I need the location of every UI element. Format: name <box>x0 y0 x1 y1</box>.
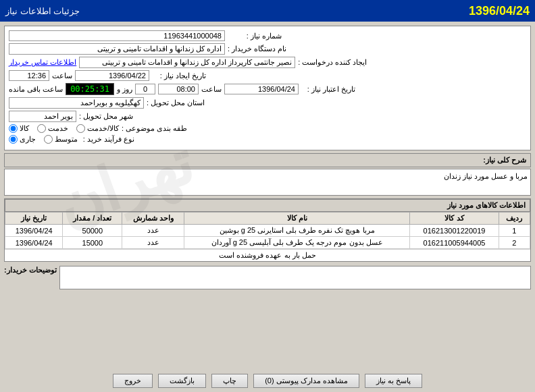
radio-motavaset-input[interactable] <box>44 135 53 144</box>
khoroj-button[interactable]: خروج <box>113 374 153 388</box>
tarixetebar-row: تاریخ اعتبار نیاز : 1396/04/24 ساعت 08:0… <box>9 83 526 95</box>
table-row: 2016211005944005عسل بدون موم درجه یک طرف… <box>5 237 530 249</box>
radio-kalaKhadamat[interactable]: کالا/خدمت <box>76 124 119 133</box>
khadamat-label: خدمت <box>48 124 68 133</box>
col-radif: ردیف <box>499 213 530 225</box>
col-tarix: تاریخ نیاز <box>5 213 63 225</box>
timer-display: 00:25:31 <box>66 83 114 95</box>
remaining-label: ساعت باقی مانده <box>9 85 63 94</box>
radio-motavaset[interactable]: متوسط <box>44 135 78 144</box>
sharh-header: شرح کلی نیاز: <box>4 153 531 167</box>
cell-tarix: 1396/04/24 <box>5 225 63 237</box>
motavaset-label: متوسط <box>55 135 78 144</box>
ijadkonande-row: ایجاد کننده درخواست : نصیر جانتمی کارپرد… <box>9 57 526 68</box>
tarixetebar-label: تاریخ اعتبار نیاز : <box>301 85 355 94</box>
notes-section: توضیحات خریدار: <box>4 266 531 289</box>
ostan-row: استان محل تحویل : کهگیلویه و بویراحمد <box>9 97 526 109</box>
cell-kodKala: 016213001220019 <box>410 225 499 237</box>
cell-vahed: عدد <box>122 225 184 237</box>
shahr-label: شهر محل تحویل : <box>79 112 133 121</box>
namdastgah-label: نام دستگاه خریدار : <box>228 45 286 53</box>
title-date: 1396/04/24 <box>469 4 530 18</box>
cell-tedad: 50000 <box>63 225 122 237</box>
shomare-row: شماره نیاز : 11963441000048 <box>9 30 526 41</box>
shomare-label: شماره نیاز : <box>228 32 282 40</box>
kala-label: کالا <box>20 124 29 133</box>
jari-label: جاری <box>20 135 36 144</box>
cell-tarix: 1396/04/24 <box>5 237 63 249</box>
tabaqebandi-group: کالا/خدمت خدمت کالا <box>9 124 119 133</box>
tarixetebar-date: 1396/04/24 <box>224 84 299 94</box>
namdastgah-row: نام دستگاه خریدار : اداره کل زندانها و ا… <box>9 43 526 55</box>
tarixijad-time: 12:36 <box>9 70 49 81</box>
tarixijad-row: تاریخ ایجاد نیاز : 1396/04/22 ساعت 12:36 <box>9 70 526 81</box>
cell-radif: 2 <box>499 237 530 249</box>
cell-kodKala: 016211005944005 <box>410 237 499 249</box>
radio-kala[interactable]: کالا <box>9 124 29 133</box>
cell-vahed: عدد <box>122 237 184 249</box>
saet-label2: ساعت <box>201 85 222 94</box>
shahr-row: شهر محل تحویل : بویر احمد <box>9 111 526 122</box>
ijadkonande-label: ایجاد کننده درخواست : <box>298 58 367 67</box>
bazgasht-button[interactable]: بازگشت <box>158 374 206 388</box>
chap-button[interactable]: چاپ <box>211 374 248 388</box>
tarixijad-label: تاریخ ایجاد نیاز : <box>152 72 206 80</box>
cell-namKala: مربا هویچ تک نفره طرف بلی استایرنی 25 g … <box>184 225 410 237</box>
pasox-button[interactable]: پاسخ به نیاز <box>365 374 422 388</box>
info-section: شماره نیاز : 11963441000048 نام دستگاه خ… <box>4 26 531 150</box>
noefaryand-group: متوسط جاری <box>9 135 78 144</box>
table-row: 1016213001220019مربا هویچ تک نفره طرف بل… <box>5 225 530 237</box>
kala-table: ردیف کد کالا نام کالا واحد شمارش تعداد /… <box>5 212 530 249</box>
ettelaat-tamas-link[interactable]: اطلاعات تماس خریدار <box>9 58 76 67</box>
radio-kala-input[interactable] <box>9 124 18 133</box>
radio-jari-input[interactable] <box>9 135 18 144</box>
radio-khadamat[interactable]: خدمت <box>37 124 68 133</box>
timer-days: 0 <box>135 84 155 94</box>
main-content: شماره نیاز : 11963441000048 نام دستگاه خ… <box>0 22 535 370</box>
cell-radif: 1 <box>499 225 530 237</box>
tabaqebandi-label: طقه بندی موضوعی : <box>122 124 187 133</box>
sharh-value: مربا و عسل مورد نیاز زندان <box>4 169 531 196</box>
cell-namKala: عسل بدون موم درجه یک طرف بلی آبلیسی 25 g… <box>184 237 410 249</box>
moshahed-button[interactable]: مشاهده مدارک پیوستی (0) <box>253 374 359 388</box>
delivery-note: حمل بار به عهده فروشنده است <box>5 249 530 261</box>
radio-kalaKhadamat-input[interactable] <box>76 124 85 133</box>
saet-label1: ساعت <box>52 72 72 80</box>
kala-section: اطلاعات کالاهای مورد نیاز ردیف کد کالا ن… <box>4 198 531 262</box>
noefaryand-label: نوع فرآیند خرید : <box>80 135 134 144</box>
noefaryand-row: نوع فرآیند خرید : متوسط جاری <box>9 135 526 144</box>
notes-label: توضیحات خریدار: <box>4 266 57 275</box>
ostan-value: کهگیلویه و بویراحمد <box>9 97 144 109</box>
tarixijad-date: 1396/04/22 <box>75 70 149 81</box>
radio-khadamat-input[interactable] <box>37 124 46 133</box>
notes-value <box>59 266 531 289</box>
shomare-value: 11963441000048 <box>9 30 225 41</box>
namdastgah-value: اداره کل زندانها و اقدامات تامینی و تربی… <box>9 43 225 55</box>
shahr-value: بویر احمد <box>9 111 76 122</box>
sharh-section: شرح کلی نیاز: مربا و عسل مورد نیاز زندان <box>4 153 531 196</box>
col-kodkala: کد کالا <box>410 213 499 225</box>
cell-tedad: 15000 <box>63 237 122 249</box>
tarixetebar-time: 08:00 <box>158 84 199 94</box>
tabaqebandi-row: طقه بندی موضوعی : کالا/خدمت خدمت کالا <box>9 124 526 133</box>
roz-label: روز و <box>117 85 132 94</box>
title-bar: 1396/04/24 جزئیات اطلاعات نیاز <box>0 0 535 22</box>
footer-buttons: پاسخ به نیاز مشاهده مدارک پیوستی (0) چاپ… <box>0 370 535 392</box>
kala-section-header: اطلاعات کالاهای مورد نیاز <box>5 199 530 212</box>
radio-jari[interactable]: جاری <box>9 135 36 144</box>
ostan-label: استان محل تحویل : <box>147 99 205 107</box>
kalaKhadamat-label: کالا/خدمت <box>87 124 119 133</box>
col-vahed: واحد شمارش <box>122 213 184 225</box>
col-tedad: تعداد / مقدار <box>63 213 122 225</box>
ijadkonande-value: نصیر جانتمی کارپرداز اداره کل زندانها و … <box>79 57 295 68</box>
page-title: جزئیات اطلاعات نیاز <box>5 6 80 16</box>
timer-section: ساعت باقی مانده 00:25:31 روز و 0 <box>9 83 155 95</box>
col-namkala: نام کالا <box>184 213 410 225</box>
